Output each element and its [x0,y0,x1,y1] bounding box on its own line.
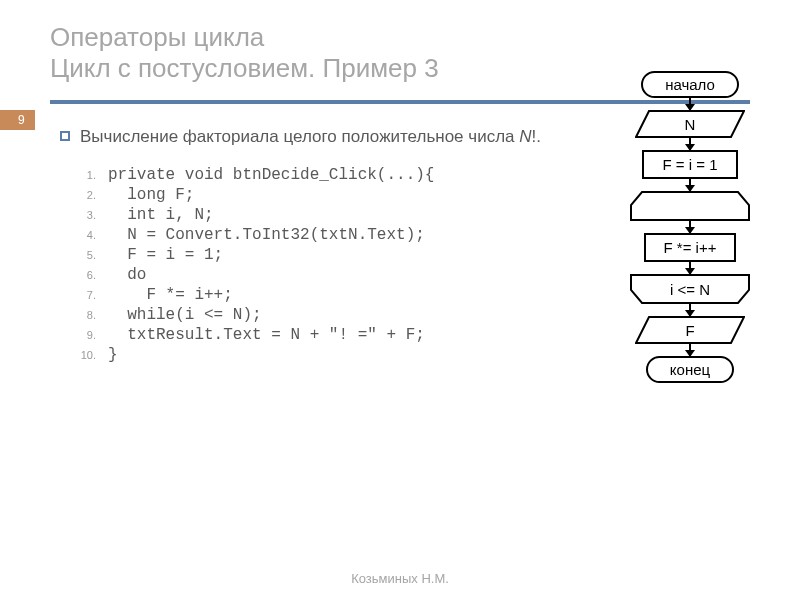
flow-output: F [635,316,745,344]
flow-loop-body-label: F *= i++ [664,239,717,256]
flowchart: начало N F = i = 1 F *= i++ i <= N [590,71,790,383]
line-number: 8 [68,309,96,321]
flow-output-label: F [685,322,694,339]
code-line: 3 int i, N; [68,206,580,224]
code-line: 8 while(i <= N); [68,306,580,324]
line-number: 5 [68,249,96,261]
page-number-badge: 9 [0,110,35,130]
flow-end-label: конец [670,361,710,378]
line-number: 9 [68,329,96,341]
line-number: 1 [68,169,96,181]
description-prefix: Вычисление факториала целого положительн… [80,127,519,146]
code-text: long F; [108,186,194,204]
code-line: 1private void btnDecide_Click(...){ [68,166,580,184]
code-text: do [108,266,146,284]
flow-end: конец [646,356,734,383]
code-line: 2 long F; [68,186,580,204]
description-bullet: Вычисление факториала целого положительн… [60,126,580,147]
line-number: 6 [68,269,96,281]
code-text: F *= i++; [108,286,233,304]
left-column: Вычисление факториала целого положительн… [60,126,590,383]
flow-init: F = i = 1 [642,150,737,179]
line-number: 3 [68,209,96,221]
flow-init-label: F = i = 1 [662,156,717,173]
code-text: private void btnDecide_Click(...){ [108,166,434,184]
flow-start: начало [641,71,739,98]
bullet-icon [60,131,70,141]
arrow-icon [689,304,691,316]
flowchart-column: начало N F = i = 1 F *= i++ i <= N [590,71,790,383]
line-number: 7 [68,289,96,301]
code-line: 4 N = Convert.ToInt32(txtN.Text); [68,226,580,244]
arrow-icon [689,179,691,191]
arrow-icon [689,138,691,150]
code-line: 5 F = i = 1; [68,246,580,264]
code-line: 10} [68,346,580,364]
arrow-icon [689,344,691,356]
code-line: 7 F *= i++; [68,286,580,304]
slide-footer: Козьминых Н.М. [0,571,800,586]
flow-input-label: N [685,116,696,133]
code-line: 9 txtResult.Text = N + "! =" + F; [68,326,580,344]
description-text: Вычисление факториала целого положительн… [80,126,541,147]
line-number: 10 [68,349,96,361]
description-suffix: !. [532,127,541,146]
flow-loop-body: F *= i++ [644,233,737,262]
code-text: txtResult.Text = N + "! =" + F; [108,326,425,344]
arrow-icon [689,262,691,274]
code-line: 6 do [68,266,580,284]
code-text: F = i = 1; [108,246,223,264]
flow-loop-cond-label: i <= N [670,281,710,298]
slide-body: Вычисление факториала целого положительн… [0,104,800,383]
title-line-1: Операторы цикла [50,22,750,53]
code-text: while(i <= N); [108,306,262,324]
flow-input: N [635,110,745,138]
arrow-icon [689,221,691,233]
code-listing: 1private void btnDecide_Click(...){ 2 lo… [68,166,580,364]
flow-start-label: начало [665,76,715,93]
line-number: 4 [68,229,96,241]
code-text: int i, N; [108,206,214,224]
description-var: N [519,127,531,146]
arrow-icon [689,98,691,110]
code-text: } [108,346,118,364]
code-text: N = Convert.ToInt32(txtN.Text); [108,226,425,244]
flow-loop-cond: i <= N [630,274,750,304]
line-number: 2 [68,189,96,201]
flow-loop-begin-label [688,198,692,215]
flow-loop-begin [630,191,750,221]
